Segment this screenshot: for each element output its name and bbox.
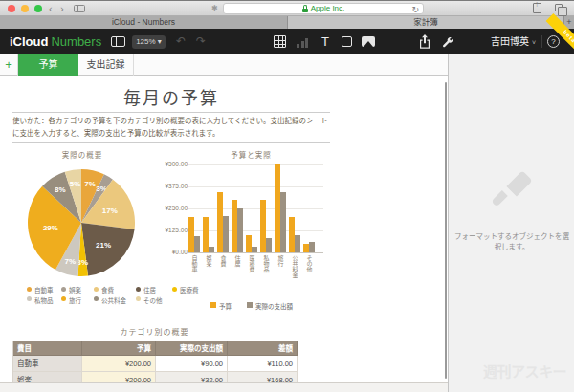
pie-slice-label: 5% (70, 180, 81, 188)
share-icon[interactable] (419, 34, 430, 49)
insert-chart-icon[interactable] (297, 37, 309, 48)
lock-icon (302, 5, 308, 12)
legend-dot-icon (136, 287, 141, 292)
actual-bar[interactable] (237, 208, 243, 252)
minimize-button[interactable] (21, 5, 29, 12)
budget-bar[interactable] (289, 217, 295, 252)
budget-bar[interactable] (260, 200, 266, 252)
pie-chart[interactable]: 7%3%17%21%3%7%29%8%5% (27, 168, 136, 277)
legend-dot-icon (27, 296, 32, 301)
sheet-canvas[interactable]: 毎月の予算 使いかた：各カテゴリの予算を下のカテゴリ別の概要の表に入力してくださ… (0, 76, 448, 392)
user-name: 吉田博英 (491, 36, 529, 47)
pie-slice-label: 17% (102, 207, 118, 215)
horizontal-scrollbar[interactable] (0, 382, 448, 392)
table-cell[interactable]: 自動車 (13, 356, 82, 372)
pie-slice-label: 7% (84, 180, 96, 188)
bar-gridline (188, 164, 323, 165)
actual-bar[interactable] (209, 247, 214, 252)
table-header-cell[interactable]: 予算 (82, 341, 156, 356)
close-button[interactable] (8, 5, 15, 12)
legend-dot-icon (27, 287, 32, 292)
table-cell[interactable]: ¥90.00 (156, 356, 228, 372)
legend-label: 旅行 (69, 295, 81, 305)
pie-slice-label: 7% (65, 257, 77, 266)
insert-media-icon[interactable] (362, 36, 375, 47)
pie-legend: 自動車娯楽食費住居医療費私物品旅行公共料金その他 (27, 285, 228, 304)
bar-gridline (188, 252, 323, 253)
actual-bar[interactable] (266, 238, 272, 252)
legend-dot-icon (61, 287, 66, 292)
budget-bar[interactable] (246, 235, 252, 252)
back-icon[interactable]: ‹ (49, 2, 53, 15)
x-axis-category-label: 公共料金 (291, 255, 299, 290)
divider (12, 142, 330, 143)
legend-label: 私物品 (34, 295, 54, 305)
budget-bar[interactable] (203, 217, 209, 252)
category-summary-table[interactable]: 費目予算実際の支出額差額自動車¥200.00¥90.00¥110.00娯楽¥20… (12, 341, 298, 388)
pie-slice-label: 8% (55, 185, 66, 194)
legend-dot-icon (94, 287, 99, 292)
user-menu[interactable]: 吉田博英˅ (471, 29, 536, 55)
budget-bar[interactable] (217, 192, 223, 252)
budget-bar[interactable] (232, 200, 237, 252)
pie-slice-label: 21% (96, 241, 111, 250)
bar-gridline (188, 208, 323, 209)
help-button[interactable]: ? (547, 35, 560, 48)
extension-icon[interactable]: ✱ (211, 4, 218, 12)
reload-icon[interactable]: ↻ (411, 5, 419, 14)
pie-chart-title: 実際の概要 (29, 149, 136, 160)
table-header-cell[interactable]: 実際の支出額 (156, 341, 228, 356)
budget-bar[interactable] (303, 244, 309, 252)
tools-wrench-icon[interactable] (441, 35, 454, 49)
add-sheet-button[interactable]: + (0, 54, 18, 76)
vertical-scrollbar[interactable] (445, 82, 447, 379)
actual-bar[interactable] (295, 235, 300, 252)
sidebar-toggle-icon[interactable] (74, 5, 85, 12)
actual-bar[interactable] (223, 216, 229, 252)
actual-bar[interactable] (252, 247, 257, 252)
legend-dot-icon (172, 287, 177, 292)
table-cell[interactable]: ¥110.00 (228, 356, 298, 372)
bar-legend-label: 実際の支出額 (255, 301, 293, 311)
x-axis-category-label: その他 (305, 255, 314, 290)
tab-overview-icon[interactable] (555, 4, 563, 11)
forward-icon[interactable]: › (60, 2, 64, 15)
insert-table-icon[interactable] (274, 35, 286, 48)
sheet-tab-budget[interactable]: 予算 (18, 54, 78, 76)
redo-icon[interactable]: ↷ (196, 33, 206, 49)
legend-label: その他 (144, 295, 163, 305)
legend-label: 公共料金 (101, 295, 126, 305)
brand-icloud: iCloud (10, 34, 48, 49)
numbers-toolbar: iCloudNumbers 125% ▾ ↶ ↷ T 吉田博英˅ ? (0, 29, 574, 54)
budget-bar[interactable] (188, 217, 194, 252)
view-panel-icon[interactable] (111, 36, 125, 47)
undo-icon[interactable]: ↶ (176, 33, 186, 49)
browser-tabstrip: iCloud - Numbers 家計簿 + (0, 16, 574, 29)
y-axis-tick-label: ¥375.00 (144, 183, 188, 189)
divider (12, 112, 330, 113)
address-bar[interactable]: Apple Inc. ↻ (223, 3, 424, 14)
zoom-dropdown[interactable]: 125% ▾ (132, 35, 166, 49)
table-header-cell[interactable]: 差額 (228, 341, 298, 356)
legend-dot-icon (94, 296, 99, 301)
table-header-cell[interactable]: 費目 (13, 341, 82, 356)
bar-gridline (188, 230, 323, 231)
legend-dot-icon (61, 296, 66, 301)
budget-bar[interactable] (275, 164, 280, 252)
actual-bar[interactable] (194, 236, 200, 252)
browser-tab-kakeibo[interactable]: 家計簿 (287, 16, 564, 29)
sheet-tab-expenses[interactable]: 支出記録 (78, 54, 134, 76)
actual-bar[interactable] (280, 192, 286, 252)
format-placeholder-text: フォーマットするオブジェクトを選択します。 (453, 230, 571, 251)
table-cell[interactable]: ¥200.00 (82, 356, 156, 372)
insert-text-icon[interactable]: T (321, 29, 329, 54)
document-title: 毎月の予算 (12, 84, 330, 109)
insert-shape-icon[interactable] (342, 36, 352, 47)
chevron-down-icon: ˅ (532, 39, 536, 46)
browser-tab-icloud-numbers[interactable]: iCloud - Numbers (0, 16, 287, 29)
actual-bar[interactable] (309, 242, 315, 252)
y-axis-tick-label: ¥250.00 (144, 205, 188, 211)
bar-legend-swatch (247, 302, 253, 308)
browser-share-icon[interactable] (533, 3, 541, 13)
maximize-button[interactable] (34, 5, 42, 12)
